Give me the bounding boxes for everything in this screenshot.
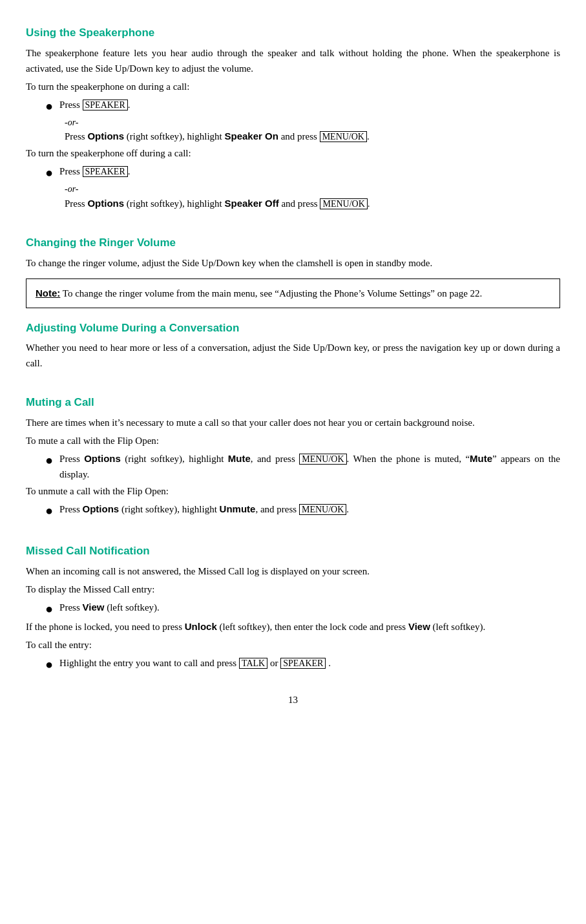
call-entry-intro: To call the entry: xyxy=(26,637,560,653)
speakerphone-section: Using the Speakerphone The speakerphone … xyxy=(26,25,560,211)
bullet-speaker-off: ● Press SPEAKER. xyxy=(45,163,560,182)
muting-para1: There are times when it’s necessary to m… xyxy=(26,415,560,430)
ringer-volume-heading: Changing the Ringer Volume xyxy=(26,235,560,251)
sub-bullet-speaker-off: Press Options (right softkey), highlight… xyxy=(65,196,560,211)
bullet-dot-4: ● xyxy=(45,501,53,520)
bullet-dot-6: ● xyxy=(45,655,53,673)
speakerphone-para1: The speakerphone feature lets you hear a… xyxy=(26,45,560,76)
bullet-mute-text: Press Options (right softkey), highlight… xyxy=(59,451,560,482)
menuok-kbd-2: MENU/OK xyxy=(320,198,367,209)
missed-call-heading: Missed Call Notification xyxy=(26,543,560,560)
bullet-dot-3: ● xyxy=(45,451,53,469)
bullet-call-text: Highlight the entry you want to call and… xyxy=(59,655,331,671)
speaker-kbd-3: SPEAKER xyxy=(280,658,326,669)
ringer-volume-section: Changing the Ringer Volume To change the… xyxy=(26,235,560,308)
speaker-kbd-2: SPEAKER xyxy=(83,166,128,177)
missed-call-section: Missed Call Notification When an incomin… xyxy=(26,543,560,673)
bullet-dot-2: ● xyxy=(45,163,53,182)
menuok-kbd-4: MENU/OK xyxy=(299,504,346,515)
muting-para2: To mute a call with the Flip Open: xyxy=(26,433,560,448)
unmute-intro: To unmute a call with the Flip Open: xyxy=(26,483,560,499)
mute-label: Mute xyxy=(228,453,251,464)
speaker-off-label: Speaker Off xyxy=(225,198,279,209)
missed-call-para2: To display the Missed Call entry: xyxy=(26,582,560,597)
note-text: To change the ringer volume from the mai… xyxy=(63,288,483,299)
ringer-volume-body: To change the ringer volume, adjust the … xyxy=(26,255,560,271)
unmute-label: Unmute xyxy=(220,503,256,514)
note-box: Note: To change the ringer volume from t… xyxy=(26,278,560,308)
muting-heading: Muting a Call xyxy=(26,394,560,411)
options-label-3: Options xyxy=(84,453,121,464)
bullet-speaker-off-text: Press SPEAKER. xyxy=(59,163,130,179)
view-label-2: View xyxy=(408,621,430,632)
bullet-mute: ● Press Options (right softkey), highlig… xyxy=(45,451,560,482)
bullet-speaker-on-text: Press SPEAKER. xyxy=(59,97,130,112)
options-label-4: Options xyxy=(83,503,120,514)
bullet-view-text: Press View (left softkey). xyxy=(59,600,160,615)
missed-call-para1: When an incoming call is not answered, t… xyxy=(26,563,560,579)
bullet-unmute-text: Press Options (right softkey), highlight… xyxy=(59,501,349,517)
adjusting-volume-heading: Adjusting Volume During a Conversation xyxy=(26,320,560,337)
menuok-kbd-3: MENU/OK xyxy=(299,454,346,465)
unlock-label: Unlock xyxy=(185,621,217,632)
bullet-speaker-on: ● Press SPEAKER. xyxy=(45,97,560,115)
speakerphone-para2: To turn the speakerphone on during a cal… xyxy=(26,79,560,94)
options-label-1: Options xyxy=(87,131,124,142)
options-label-2: Options xyxy=(87,198,124,209)
mute-display-label: Mute xyxy=(470,453,492,464)
locked-text: If the phone is locked, you need to pres… xyxy=(26,619,560,635)
note-label: Note: xyxy=(36,288,60,299)
menuok-kbd-1: MENU/OK xyxy=(320,131,367,142)
or-text-1: -or- xyxy=(65,116,560,129)
speakerphone-off-intro: To turn the speakerphone off during a ca… xyxy=(26,145,560,161)
talk-kbd: TALK xyxy=(239,658,267,669)
bullet-dot-5: ● xyxy=(45,600,53,618)
adjusting-volume-body: Whether you need to hear more or less of… xyxy=(26,340,560,371)
bullet-dot-1: ● xyxy=(45,97,53,115)
speaker-on-label: Speaker On xyxy=(225,131,278,142)
bullet-unmute: ● Press Options (right softkey), highlig… xyxy=(45,501,560,520)
view-label: View xyxy=(83,602,105,613)
page-number: 13 xyxy=(26,693,560,708)
speaker-kbd-1: SPEAKER xyxy=(83,100,128,110)
or-text-2: -or- xyxy=(65,183,560,196)
bullet-call: ● Highlight the entry you want to call a… xyxy=(45,655,560,673)
speakerphone-heading: Using the Speakerphone xyxy=(26,25,560,41)
muting-section: Muting a Call There are times when it’s … xyxy=(26,394,560,520)
sub-bullet-speaker-on: Press Options (right softkey), highlight… xyxy=(65,129,560,144)
adjusting-volume-section: Adjusting Volume During a Conversation W… xyxy=(26,320,560,372)
bullet-view: ● Press View (left softkey). xyxy=(45,600,560,618)
